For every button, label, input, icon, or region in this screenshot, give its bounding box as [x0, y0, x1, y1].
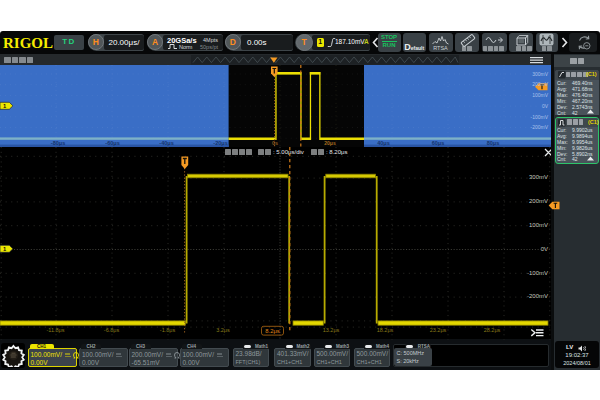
svg-text:8.2μs: 8.2μs — [265, 328, 279, 334]
